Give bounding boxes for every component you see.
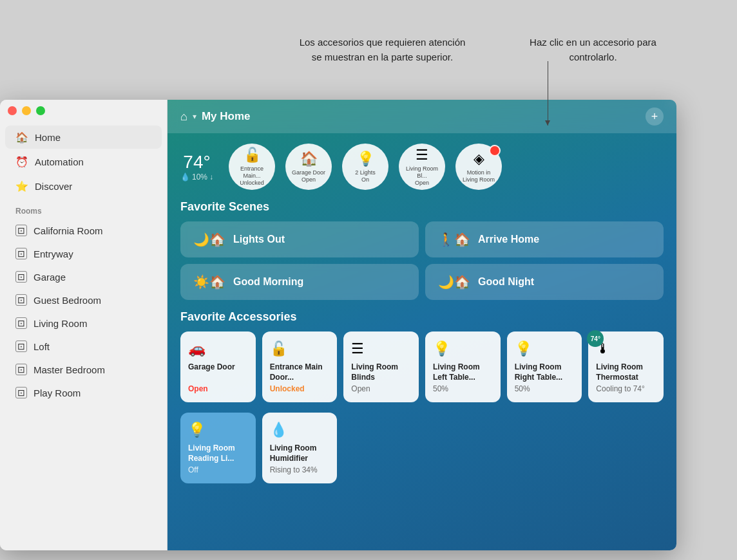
content-area: ⌂ ▾ My Home + 74° 💧 10% ↓ 🔓 Entrance [168,100,676,550]
sidebar-label-discover: Discover [35,181,72,192]
minimize-button[interactable] [22,106,31,115]
sidebar-item-loft[interactable]: ⊡ Loft [5,335,162,357]
scene-card-arrive-home[interactable]: 🚶🏠 Arrive Home [425,221,664,257]
room-icon-loft: ⊡ [15,341,27,352]
living-room-humidifier-name: Living Room Humidifier [270,443,330,464]
living-room-right-table-name: Living Room Right Table... [515,362,575,383]
home-icon: 🏠 [15,131,28,144]
annotation-area: Los accesorios que requieren atención se… [238,0,737,100]
entrance-main-door-name: Entrance Main Door... [270,362,330,383]
living-room-humidifier-status: Rising to 34% [270,465,330,474]
garage-door-acc-icon: 🚗 [188,341,248,357]
room-label-guest-bedroom: Guest Bedroom [34,295,101,306]
accessory-card-living-room-humidifier[interactable]: 💧 Living Room Humidifier Rising to 34% [262,413,338,483]
close-button[interactable] [8,106,17,115]
entrance-main-icon: 🔓 [244,147,261,163]
room-label-entryway: Entryway [34,248,73,259]
good-night-icon: 🌙🏠 [438,274,470,290]
scene-card-good-night[interactable]: 🌙🏠 Good Night [425,264,664,300]
status-circle-garage-door[interactable]: 🏠 Garage DoorOpen [285,144,332,190]
garage-door-label: Garage DoorOpen [289,169,328,183]
room-label-play-room: Play Room [34,387,81,398]
lights-out-name: Lights Out [233,234,285,245]
accessory-card-living-room-right-table[interactable]: 💡 Living Room Right Table... 50% [507,331,582,402]
app-window: 🏠 Home ⏰ Automation ⭐ Discover Rooms ⊡ C… [0,100,676,550]
sidebar-item-home[interactable]: 🏠 Home [5,126,162,149]
room-icon-master-bedroom: ⊡ [15,364,27,375]
scene-card-good-morning[interactable]: ☀️🏠 Good Morning [180,264,419,300]
accessory-card-living-room-left-table[interactable]: 💡 Living Room Left Table... 50% [425,331,501,402]
down-arrow-icon: ↓ [209,173,213,182]
garage-door-acc-status: Open [188,384,248,393]
chevron-down-icon[interactable]: ▾ [193,112,196,121]
page-title: My Home [202,110,251,123]
living-room-blinds-acc-status: Open [351,384,411,393]
sidebar-item-garage[interactable]: ⊡ Garage [5,266,162,288]
garage-door-icon: 🏠 [300,151,318,167]
living-room-blinds-acc-icon: ☰ [351,341,411,357]
living-room-reading-li-name: Living Room Reading Li... [188,443,248,464]
traffic-lights [8,106,45,115]
status-circle-2-lights[interactable]: 💡 2 LightsOn [342,144,388,190]
accessory-card-entrance-main-door[interactable]: 🔓 Entrance Main Door... Unlocked [262,331,338,402]
room-icon-entryway: ⊡ [15,248,27,259]
living-room-humidifier-icon: 💧 [270,422,330,438]
automation-icon: ⏰ [15,155,28,168]
living-room-right-table-icon: 💡 [515,341,575,357]
sidebar-item-living-room[interactable]: ⊡ Living Room [5,312,162,334]
entrance-main-door-status: Unlocked [270,384,330,393]
status-circle-entrance-main[interactable]: 🔓 Entrance Main...Unlocked [229,144,275,190]
2-lights-icon: 💡 [357,151,374,167]
entrance-main-door-icon: 🔓 [270,341,330,357]
room-label-loft: Loft [34,341,50,352]
living-room-thermostat-icon: 🌡 [596,341,656,357]
sidebar-item-discover[interactable]: ⭐ Discover [5,174,162,198]
living-room-reading-li-icon: 💡 [188,422,248,438]
sidebar-item-entryway[interactable]: ⊡ Entryway [5,243,162,265]
sidebar-item-master-bedroom[interactable]: ⊡ Master Bedroom [5,359,162,380]
room-label-living-room: Living Room [34,318,87,329]
accessory-card-garage-door-acc[interactable]: 🚗 Garage Door Open [180,331,256,402]
sidebar-item-play-room[interactable]: ⊡ Play Room [5,382,162,404]
room-icon-california-room: ⊡ [15,225,27,236]
scenes-title: Favorite Scenes [180,200,664,214]
rooms-section-label: Rooms [0,199,167,218]
favorite-accessories-section: Favorite Accessories 🚗 Garage Door Open … [168,310,676,413]
temperature-value: 74° [180,152,213,173]
motion-living-room-icon: ◈ [474,151,484,167]
motion-living-room-label: Motion inLiving Room [460,169,497,183]
droplet-icon: 💧 [180,173,190,182]
scenes-grid: 🌙🏠 Lights Out 🚶🏠 Arrive Home ☀️🏠 Good Mo… [180,221,664,300]
sidebar: 🏠 Home ⏰ Automation ⭐ Discover Rooms ⊡ C… [0,100,168,550]
2-lights-label: 2 LightsOn [352,169,378,183]
sidebar-item-guest-bedroom[interactable]: ⊡ Guest Bedroom [5,289,162,311]
room-icon-guest-bedroom: ⊡ [15,294,27,306]
good-morning-name: Good Morning [233,276,303,288]
arrive-home-icon: 🚶🏠 [438,232,470,247]
room-icon-garage: ⊡ [15,271,27,283]
good-night-name: Good Night [478,276,534,288]
content-header: ⌂ ▾ My Home + [168,100,676,133]
discover-icon: ⭐ [15,180,28,192]
garage-door-acc-name: Garage Door [188,362,248,383]
status-circle-motion-living-room[interactable]: ◈ Motion inLiving Room [455,144,502,190]
living-room-left-table-name: Living Room Left Table... [433,362,493,383]
accessory-card-living-room-blinds-acc[interactable]: ☰ Living Room Blinds Open [343,331,419,402]
scene-card-lights-out[interactable]: 🌙🏠 Lights Out [180,221,419,257]
entrance-main-label: Entrance Main...Unlocked [229,165,275,186]
status-circle-living-room-blinds[interactable]: ☰ Living Room Bl...Open [399,144,445,190]
room-label-master-bedroom: Master Bedroom [34,364,105,375]
accessories-title: Favorite Accessories [180,310,664,324]
maximize-button[interactable] [36,106,45,115]
temperature-widget: 74° 💧 10% ↓ [180,152,213,182]
living-room-reading-li-status: Off [188,465,248,474]
sidebar-item-automation[interactable]: ⏰ Automation [5,150,162,173]
main-layout: 🏠 Home ⏰ Automation ⭐ Discover Rooms ⊡ C… [0,100,676,550]
accessory-card-living-room-reading-li[interactable]: 💡 Living Room Reading Li... Off [180,413,256,483]
accessory-card-living-room-thermostat[interactable]: 74° 🌡 Living Room Thermostat Cooling to … [588,331,664,402]
sidebar-item-california-room[interactable]: ⊡ California Room [5,219,162,241]
living-room-thermostat-status: Cooling to 74° [596,384,656,393]
living-room-right-table-status: 50% [515,384,575,393]
add-button[interactable]: + [646,107,664,126]
home-icon: ⌂ [180,110,187,124]
